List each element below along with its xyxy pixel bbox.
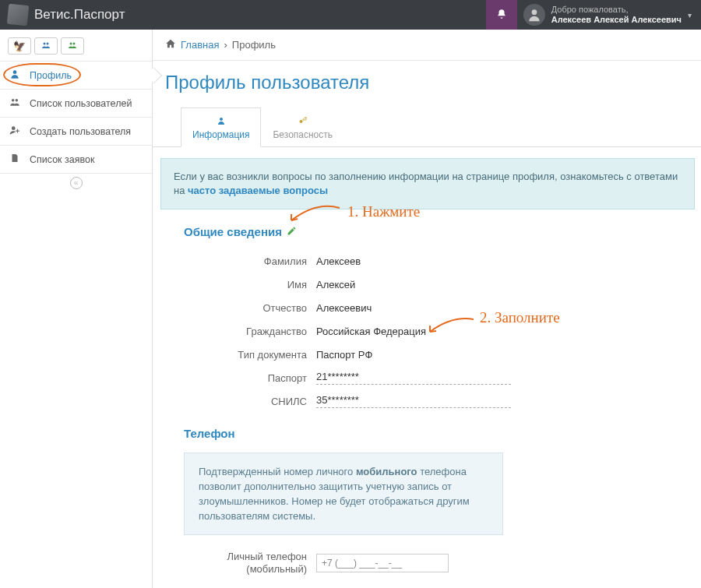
user-plus-icon — [8, 125, 22, 138]
field-value: 35******** — [316, 394, 511, 408]
app-logo: Ветис.Паспорт — [8, 5, 486, 25]
svg-point-1 — [44, 42, 46, 44]
header-welcome: Добро пожаловать, — [551, 5, 682, 15]
section-phone-title: Телефон — [184, 427, 678, 440]
avatar-icon — [523, 4, 545, 26]
svg-point-3 — [70, 42, 72, 44]
page-title: Профиль пользователя — [153, 61, 701, 107]
role-eagle-button[interactable]: 🦅 — [8, 37, 31, 55]
sidebar-item-users-list[interactable]: Список пользователей — [0, 89, 152, 117]
sidebar-item-requests[interactable]: Список заявок — [0, 145, 152, 173]
field-value: Российская Федерация — [316, 326, 678, 337]
user-menu[interactable]: Добро пожаловать, Алексеев Алексей Алекс… — [517, 4, 701, 26]
field-value: Паспорт РФ — [316, 349, 678, 361]
svg-point-10 — [299, 120, 302, 123]
sidebar-item-create-user[interactable]: Создать пользователя — [0, 117, 152, 145]
role-users-button[interactable] — [61, 37, 84, 55]
bell-icon — [496, 9, 507, 22]
header: Ветис.Паспорт Добро пожаловать, Алексеев… — [0, 0, 701, 30]
role-group-button[interactable] — [34, 37, 58, 55]
sidebar-item-label: Профиль — [30, 70, 72, 81]
svg-point-0 — [531, 9, 537, 15]
sidebar-item-label: Список пользователей — [30, 98, 132, 109]
users-icon — [67, 40, 78, 52]
collapse-icon: « — [70, 177, 83, 189]
role-switcher: 🦅 — [0, 30, 152, 61]
phone-field-row: Личный телефон (мобильный) — [184, 551, 678, 576]
file-icon — [8, 153, 22, 166]
tab-label: Информация — [192, 129, 249, 140]
field-value: Алексеев — [316, 255, 678, 267]
svg-point-2 — [47, 42, 49, 44]
header-user-text: Добро пожаловать, Алексеев Алексей Алекс… — [551, 5, 682, 25]
svg-point-7 — [16, 99, 19, 102]
tabs: Информация Безопасность — [181, 107, 701, 147]
svg-point-4 — [73, 42, 76, 44]
svg-point-6 — [12, 99, 14, 102]
tab-info[interactable]: Информация — [181, 107, 261, 147]
main: Главная › Профиль Профиль пользователя И… — [153, 30, 701, 588]
tab-security[interactable]: Безопасность — [261, 107, 344, 147]
breadcrumb-home-link[interactable]: Главная — [181, 39, 219, 51]
sidebar-collapse-button[interactable]: « — [0, 173, 152, 192]
svg-point-5 — [13, 70, 17, 74]
user-icon — [8, 69, 22, 82]
phone-field-label: Личный телефон (мобильный) — [184, 551, 316, 576]
field-value: Алексеевич — [316, 302, 678, 314]
field-value: Алексей — [316, 279, 678, 290]
sidebar: 🦅 Профиль Список пользователей — [0, 30, 153, 588]
sidebar-item-profile[interactable]: Профиль — [0, 61, 152, 89]
breadcrumb-current: Профиль — [232, 39, 276, 51]
chevron-down-icon: ▾ — [688, 11, 692, 19]
faq-link[interactable]: часто задаваемые вопросы — [188, 185, 328, 196]
pencil-icon[interactable] — [287, 226, 297, 238]
section-general-title: Общие сведения — [184, 225, 678, 238]
cube-icon — [7, 4, 30, 26]
breadcrumb-sep: › — [224, 39, 227, 51]
group-icon — [41, 40, 51, 52]
app-name: Ветис.Паспорт — [34, 7, 125, 23]
faq-notice: Если у вас возникли вопросы по заполнени… — [160, 158, 695, 209]
user-icon — [192, 116, 249, 128]
tab-label: Безопасность — [273, 129, 333, 140]
field-label: СНИЛС — [184, 396, 316, 407]
field-label: Гражданство — [184, 326, 316, 337]
field-value: 21******** — [316, 371, 511, 385]
phone-input[interactable] — [316, 554, 449, 572]
field-label: Тип документа — [184, 349, 316, 361]
users-icon — [8, 97, 22, 110]
notifications-button[interactable] — [486, 0, 517, 30]
field-label: Паспорт — [184, 372, 316, 384]
svg-point-8 — [12, 126, 16, 130]
field-label: Фамилия — [184, 255, 316, 267]
header-username: Алексеев Алексей Алексеевич — [551, 15, 682, 25]
sidebar-item-label: Список заявок — [30, 154, 94, 165]
sidebar-item-label: Создать пользователя — [30, 126, 131, 137]
phone-note: Подтвержденный номер личного мобильного … — [184, 452, 503, 535]
eagle-icon: 🦅 — [13, 40, 26, 52]
field-label: Имя — [184, 279, 316, 290]
svg-point-9 — [220, 118, 223, 121]
home-icon — [165, 38, 176, 51]
field-label: Отчество — [184, 302, 316, 314]
breadcrumb: Главная › Профиль — [153, 30, 701, 61]
key-icon — [273, 116, 333, 128]
